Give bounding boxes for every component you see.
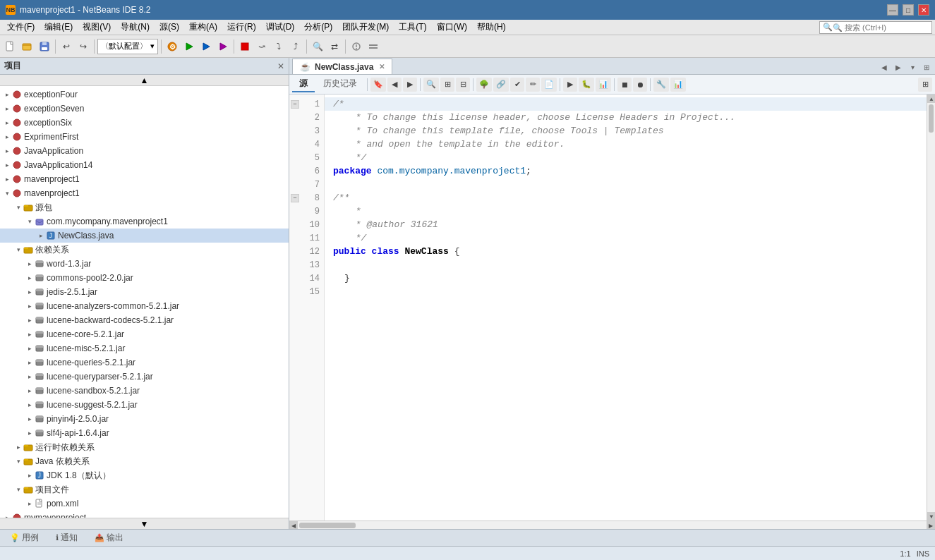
code-line-14[interactable]: }	[325, 272, 927, 285]
tree-toggle-exceptionSeven[interactable]: ▸	[3, 104, 11, 113]
tree-toggle-exceptionSix[interactable]: ▸	[3, 118, 11, 127]
tree-item-jedis[interactable]: ▸jedis-2.5.1.jar	[0, 285, 289, 299]
editor-vscroll[interactable]: ▲ ▼	[927, 95, 935, 521]
fold-btn-8[interactable]: −	[291, 194, 299, 202]
code-line-3[interactable]: * To change this template file, choose T…	[325, 124, 927, 138]
toolbar-build[interactable]: ⚙	[164, 39, 180, 54]
tree-item-exceptionSix[interactable]: ▸exceptionSix	[0, 116, 289, 130]
tree-toggle-mavenproject1_2[interactable]: ▾	[3, 189, 11, 197]
tree-item-mavenproject1_1[interactable]: ▸mavenproject1	[0, 172, 289, 186]
tree-toggle-JavaApplication[interactable]: ▸	[3, 147, 11, 155]
toolbar-save[interactable]	[37, 39, 52, 54]
toolbar-find[interactable]: 🔍	[310, 39, 325, 54]
code-line-2[interactable]: * To change this license header, choose …	[325, 111, 927, 124]
tab-nav-left[interactable]: ◀	[879, 61, 890, 73]
menu-run[interactable]: 运行(R)	[223, 20, 260, 35]
code-line-1[interactable]: /*	[325, 97, 927, 111]
tree-item-lucene_sg[interactable]: ▸lucene-suggest-5.2.1.jar	[0, 398, 289, 412]
ed-btn-run[interactable]: ▶	[563, 78, 577, 92]
bottom-tab-notifications[interactable]: ℹ 通知	[49, 531, 85, 545]
ed-btn-bookmark[interactable]: 🔖	[370, 78, 386, 92]
code-line-4[interactable]: * and open the template in the editor.	[325, 138, 927, 151]
tree-toggle-lucene_misc[interactable]: ▸	[25, 344, 34, 353]
tree-item-pkg[interactable]: ▾com.mycompany.mavenproject1	[0, 214, 289, 229]
code-line-5[interactable]: */	[325, 151, 927, 164]
ed-expand-btn[interactable]: ⊞	[918, 78, 932, 92]
fold-btn-1[interactable]: −	[291, 100, 299, 109]
tree-toggle-jdk18[interactable]: ▸	[25, 471, 34, 480]
ed-btn-usages[interactable]: 🔗	[493, 78, 509, 92]
toolbar-debug-run[interactable]	[198, 39, 214, 54]
ed-btn-profile[interactable]: 📊	[596, 78, 611, 92]
tree-toggle-java_deps[interactable]: ▾	[14, 457, 23, 465]
tree-item-pinyin[interactable]: ▸pinyin4j-2.5.0.jar	[0, 412, 289, 426]
tree-item-slf4j[interactable]: ▸slf4j-api-1.6.4.jar	[0, 426, 289, 440]
menu-team[interactable]: 团队开发(M)	[338, 20, 393, 35]
tree-toggle-deps[interactable]: ▾	[14, 245, 23, 254]
code-line-8[interactable]: /**	[325, 191, 927, 205]
ed-btn-extra2[interactable]: 📊	[670, 78, 686, 92]
ed-btn-prev[interactable]: ◀	[387, 78, 402, 92]
ed-btn-debug[interactable]: 🐛	[579, 78, 594, 92]
menu-refactor[interactable]: 重构(A)	[185, 20, 222, 35]
tree-item-deps[interactable]: ▾依赖关系	[0, 243, 289, 257]
code-line-10[interactable]: * @author 31621	[325, 218, 927, 231]
tree-item-jdk18[interactable]: ▸JJDK 1.8（默认）	[0, 468, 289, 482]
vscroll-track[interactable]	[927, 103, 935, 512]
bottom-tab-examples[interactable]: 💡 用例	[3, 531, 46, 545]
toolbar-open[interactable]	[20, 39, 35, 54]
tree-toggle-pom[interactable]: ▸	[25, 499, 34, 508]
toolbar-extra2[interactable]	[366, 39, 381, 54]
tree-item-lucene_misc[interactable]: ▸lucene-misc-5.2.1.jar	[0, 341, 289, 355]
tree-toggle-pkg[interactable]: ▾	[25, 217, 34, 226]
menu-source[interactable]: 源(S)	[155, 20, 183, 35]
tree-item-lucene_qp[interactable]: ▸lucene-queryparser-5.2.1.jar	[0, 370, 289, 384]
tree-item-commons[interactable]: ▸commons-pool2-2.0.jar	[0, 271, 289, 285]
tree-toggle-lucene_qp[interactable]: ▸	[25, 372, 34, 381]
tree-toggle-project_files[interactable]: ▾	[14, 485, 23, 494]
panel-scroll-down[interactable]: ▼	[0, 518, 289, 529]
tree-item-JavaApplication14[interactable]: ▸JavaApplication14	[0, 158, 289, 172]
tree-toggle-lucene_sg[interactable]: ▸	[25, 401, 34, 409]
tree-toggle-ExprimentFirst[interactable]: ▸	[3, 133, 11, 141]
code-line-11[interactable]: */	[325, 231, 927, 245]
tree-toggle-JavaApplication14[interactable]: ▸	[3, 161, 11, 169]
tree-toggle-runtime_deps[interactable]: ▸	[14, 443, 23, 451]
tree-item-JavaApplication[interactable]: ▸JavaApplication	[0, 144, 289, 158]
menu-profile[interactable]: 分析(P)	[300, 20, 337, 35]
ed-btn-tests[interactable]: ✔	[510, 78, 524, 92]
code-line-7[interactable]	[325, 178, 927, 191]
toolbar-stop[interactable]	[237, 39, 253, 54]
config-dropdown[interactable]: 〈默认配置〉 ▾	[97, 39, 158, 54]
tree-item-src[interactable]: ▾源包	[0, 200, 289, 214]
tree-toggle-NewClass[interactable]: ▸	[37, 231, 45, 240]
tree-toggle-lucene_back[interactable]: ▸	[25, 316, 34, 324]
tree-toggle-src[interactable]: ▾	[14, 203, 23, 212]
maximize-button[interactable]: □	[903, 4, 914, 16]
tree-toggle-lucene_queries[interactable]: ▸	[25, 358, 34, 367]
tree-item-pom[interactable]: ▸pom.xml	[0, 497, 289, 511]
menu-view[interactable]: 视图(V)	[78, 20, 115, 35]
menu-tools[interactable]: 工具(T)	[394, 20, 430, 35]
toolbar-undo[interactable]: ↩	[59, 39, 74, 54]
tree-toggle-lucene_core[interactable]: ▸	[25, 330, 34, 339]
editor-source-tab[interactable]: 源	[292, 77, 315, 92]
ed-btn-extra1[interactable]: 🔧	[653, 78, 669, 92]
ed-btn-copy-fmt[interactable]: ⊞	[440, 78, 454, 92]
tree-item-word[interactable]: ▸word-1.3.jar	[0, 257, 289, 271]
ed-btn-docs[interactable]: 📄	[541, 78, 557, 92]
menu-debug[interactable]: 调试(D)	[262, 20, 299, 35]
tree-toggle-slf4j[interactable]: ▸	[25, 429, 34, 437]
tree-item-lucene_ana[interactable]: ▸lucene-analyzers-common-5.2.1.jar	[0, 299, 289, 313]
ed-btn-paste-fmt[interactable]: ⊟	[456, 78, 470, 92]
tree-item-ExprimentFirst[interactable]: ▸ExprimentFirst	[0, 130, 289, 144]
tree-toggle-pinyin[interactable]: ▸	[25, 415, 34, 423]
code-content[interactable]: /* * To change this license header, choo…	[325, 95, 927, 521]
tree-item-mymavenproject[interactable]: ▸mymavenproject	[0, 511, 289, 518]
tree-toggle-lucene_ana[interactable]: ▸	[25, 302, 34, 310]
search-box[interactable]: 🔍	[819, 21, 932, 34]
tab-nav-down[interactable]: ▾	[907, 61, 918, 73]
code-line-15[interactable]	[325, 285, 927, 298]
menu-window[interactable]: 窗口(W)	[433, 20, 471, 35]
tree-item-exceptionSeven[interactable]: ▸exceptionSeven	[0, 102, 289, 116]
